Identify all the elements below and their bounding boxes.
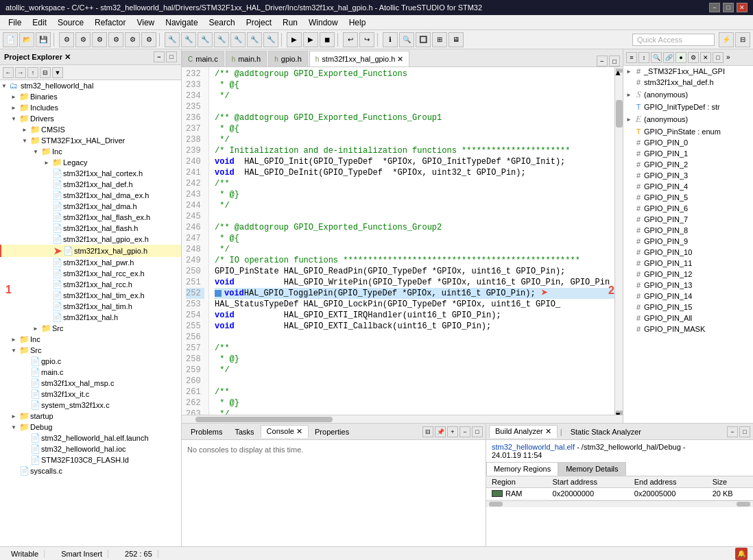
tree-system-c[interactable]: 📄 system_stm32f1xx.c: [0, 400, 181, 411]
outline-item-gpio-pin-12[interactable]: # GPIO_PIN_12: [623, 269, 753, 280]
tab-min-button[interactable]: −: [597, 56, 608, 66]
tree-msp-c[interactable]: 📄 stm32f1xx_hal_msp.c: [0, 378, 181, 389]
tree-startup[interactable]: ► 📁 startup: [0, 411, 181, 422]
tb-btn-22[interactable]: 🔲: [416, 32, 431, 47]
outline-item-4[interactable]: ► 𝐸 (anonymous): [623, 112, 753, 126]
outline-item-gpio-pin-4[interactable]: # GPIO_PIN_4: [623, 181, 753, 192]
outline-gear-button[interactable]: ⚙: [688, 52, 699, 63]
outline-item-3[interactable]: T GPIO_InitTypeDef : str: [623, 101, 753, 112]
outline-item-gpio-pin-1[interactable]: # GPIO_PIN_1: [623, 148, 753, 159]
tab-build-analyzer[interactable]: Build Analyzer ✕: [489, 425, 558, 438]
tree-cmsis[interactable]: ► 📁 CMSIS: [0, 124, 181, 135]
tb-save-button[interactable]: 💾: [36, 32, 51, 47]
tree-hal-h[interactable]: 📄 stm32f1xx_hal.h: [0, 312, 181, 323]
menu-project[interactable]: Project: [241, 16, 277, 29]
tb-btn-18[interactable]: ↩: [343, 32, 358, 47]
tab-tasks[interactable]: Tasks: [228, 426, 260, 438]
outline-item-2[interactable]: ► 𝑆 (anonymous): [623, 88, 753, 101]
tree-rcc-ex-h[interactable]: 📄 stm32f1xx_hal_rcc_ex.h: [0, 268, 181, 279]
build-scroll-thumb[interactable]: [489, 502, 503, 507]
outline-item-gpio-pin-5[interactable]: # GPIO_PIN_5: [623, 192, 753, 203]
console-open-button[interactable]: ⊟: [422, 426, 433, 437]
pe-back-button[interactable]: ←: [3, 67, 14, 78]
tree-inc[interactable]: ▼ 📁 Inc: [0, 146, 181, 157]
outline-item-0[interactable]: ► # _STM32F1xx_HAL_GPI: [623, 66, 753, 77]
tree-flash-ex-h[interactable]: 📄 stm32f1xx_hal_flash_ex.h: [0, 212, 181, 223]
tree-ioc[interactable]: 📄 stm32_helloworld_hal.ioc: [0, 443, 181, 454]
pe-collapse-button[interactable]: −: [154, 51, 165, 62]
menu-search[interactable]: Search: [204, 16, 241, 29]
tree-includes[interactable]: ► 📁 Includes: [0, 102, 181, 113]
menu-edit[interactable]: Edit: [27, 16, 52, 29]
tb-btn-19[interactable]: ↪: [359, 32, 374, 47]
tree-launch[interactable]: 📄 stm32_helloworld_hal.elf.launch: [0, 433, 181, 443]
tab-main-c[interactable]: C main.c: [182, 51, 224, 66]
outline-item-gpio-pin-0[interactable]: # GPIO_PIN_0: [623, 137, 753, 148]
scroll-down-button[interactable]: ▼: [616, 411, 623, 415]
menu-view[interactable]: View: [131, 16, 160, 29]
tb-btn-5[interactable]: ⚙: [108, 32, 123, 47]
menu-help[interactable]: Help: [344, 16, 372, 29]
tb-btn-12[interactable]: 🔧: [230, 32, 246, 47]
tree-gpio-ex-h[interactable]: 📄 stm32f1xx_hal_gpio_ex.h: [0, 234, 181, 245]
outline-item-gpio-pin-15[interactable]: # GPIO_PIN_15: [623, 302, 753, 313]
minimize-button[interactable]: −: [709, 3, 720, 12]
build-max-button[interactable]: □: [739, 426, 750, 437]
tb-btn-10[interactable]: 🔧: [198, 32, 213, 47]
outline-item-1[interactable]: # stm32f1xx_hal_def.h: [623, 77, 753, 88]
scroll-up-button[interactable]: ▲: [616, 69, 623, 73]
build-min-button[interactable]: −: [727, 426, 738, 437]
outline-item-gpio-pin-6[interactable]: # GPIO_PIN_6: [623, 203, 753, 214]
tree-main-c[interactable]: 📄 main.c: [0, 367, 181, 378]
tree-inc2[interactable]: ► 📁 Inc: [0, 334, 181, 345]
menu-run[interactable]: Run: [277, 16, 303, 29]
tb-view-btn[interactable]: ⚡: [719, 32, 734, 47]
outline-max-button[interactable]: □: [713, 52, 724, 63]
tree-cortex-h[interactable]: 📄 stm32f1xx_hal_cortex.h: [0, 168, 181, 179]
tree-flash-h[interactable]: 📄 stm32f1xx_hal_flash.h: [0, 223, 181, 234]
tb-btn-21[interactable]: 🔍: [399, 32, 414, 47]
tb-btn-23[interactable]: ⊞: [432, 32, 447, 47]
outline-item-gpio-pin-mask[interactable]: # GPIO_PIN_MASK: [623, 324, 753, 334]
scroll-thumb[interactable]: [616, 100, 623, 127]
console-new-button[interactable]: +: [447, 426, 458, 437]
tree-dma-h[interactable]: 📄 stm32f1xx_hal_dma.h: [0, 201, 181, 212]
tb-btn-16[interactable]: ▶: [303, 32, 318, 47]
tb-btn-13[interactable]: 🔧: [247, 32, 262, 47]
pe-up-button[interactable]: ↑: [27, 67, 38, 78]
tb-btn-17[interactable]: ◼: [320, 32, 335, 47]
outline-sort-button[interactable]: ↕: [638, 52, 649, 63]
outline-item-gpio-pin-7[interactable]: # GPIO_PIN_7: [623, 214, 753, 225]
tree-rcc-h[interactable]: 📄 stm32f1xx_hal_rcc.h: [0, 279, 181, 290]
outline-item-gpio-pin-9[interactable]: # GPIO_PIN_9: [623, 236, 753, 247]
tree-drivers[interactable]: ▼ 📁 Drivers: [0, 113, 181, 124]
outline-item-gpio-pin-all[interactable]: # GPIO_PIN_All: [623, 313, 753, 324]
outline-item-gpio-pin-2[interactable]: # GPIO_PIN_2: [623, 159, 753, 170]
pe-max-button[interactable]: □: [166, 51, 177, 62]
tb-new-button[interactable]: 📄: [3, 32, 18, 47]
tb-btn-24[interactable]: 🖥: [449, 32, 464, 47]
tree-it-c[interactable]: 📄 stm32f1xx_it.c: [0, 389, 181, 400]
tree-gpio-h[interactable]: ➤ 📄 stm32f1xx_hal_gpio.h: [0, 245, 181, 257]
tab-max-button[interactable]: □: [609, 56, 620, 66]
tree-src[interactable]: ▼ 📁 Src: [0, 345, 181, 356]
tb-btn-4[interactable]: ⚙: [92, 32, 107, 47]
tb-open-button[interactable]: 📂: [19, 32, 34, 47]
outline-item-gpio-pin-8[interactable]: # GPIO_PIN_8: [623, 225, 753, 236]
tree-root[interactable]: ▼ 🗂 stm32_helloworld_hal: [0, 80, 181, 91]
menu-refactor[interactable]: Refactor: [89, 16, 131, 29]
tb-btn-20[interactable]: ℹ: [383, 32, 398, 47]
pe-menu-button[interactable]: ▼: [52, 67, 63, 78]
build-elf-link[interactable]: stm32_helloworld_hal.elf: [492, 443, 575, 451]
maximize-button[interactable]: □: [723, 3, 734, 12]
outline-item-gpio-pin-14[interactable]: # GPIO_PIN_14: [623, 291, 753, 302]
console-min-button[interactable]: −: [459, 426, 470, 437]
tree-def-h[interactable]: 📄 stm32f1xx_hal_def.h: [0, 179, 181, 190]
tab-static-stack[interactable]: Static Stack Analyzer: [565, 426, 647, 437]
outline-item-gpio-pin-11[interactable]: # GPIO_PIN_11: [623, 258, 753, 269]
tab-console[interactable]: Console ✕: [261, 425, 309, 438]
tb-btn-7[interactable]: ⚙: [141, 32, 156, 47]
tree-debug[interactable]: ▼ 📁 Debug: [0, 422, 181, 433]
outline-active-button[interactable]: ●: [676, 52, 686, 63]
build-scroll-thumb-r[interactable]: [737, 502, 750, 507]
